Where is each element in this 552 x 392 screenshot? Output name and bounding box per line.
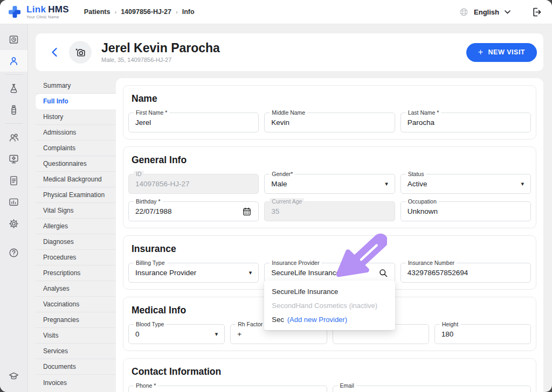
insurance-section: Insurance Billing Type Insurance Provide…: [123, 235, 536, 290]
nav-item-invoices[interactable]: Invoices: [36, 375, 116, 390]
field-value: 0: [135, 330, 140, 338]
nav-item-history[interactable]: History: [36, 109, 116, 125]
status-select[interactable]: Status Active ▾: [401, 174, 531, 194]
field-label: Occupation: [406, 198, 439, 205]
nav-item-prescriptions[interactable]: Prescriptions: [36, 265, 116, 281]
graduation-cap-icon: [8, 370, 19, 382]
nav-item-services[interactable]: Services: [36, 344, 116, 359]
email-field[interactable]: Email jerel.pacocha@example.com: [333, 386, 532, 392]
section-title: Insurance: [132, 243, 531, 255]
plus-icon: +: [478, 48, 484, 57]
insurance-provider-input[interactable]: Insurance Provider SecureLife Insurance …: [264, 263, 395, 283]
breadcrumb-patients[interactable]: Patients: [84, 8, 111, 16]
height-field[interactable]: Height 180: [434, 324, 531, 344]
rail-item-kiosk[interactable]: [0, 148, 27, 170]
field-label: Email: [338, 382, 356, 389]
last-name-field[interactable]: Last Name * Parocha: [401, 113, 531, 132]
first-name-field[interactable]: First Name * Jerel: [128, 113, 259, 132]
new-visit-label: NEW VISIT: [488, 48, 525, 56]
dropdown-option-securelife[interactable]: SecureLife Insurance: [264, 284, 395, 298]
breadcrumb-patient-id[interactable]: 14097856-HJ-27: [121, 8, 171, 16]
nav-item-allergies[interactable]: Allergies: [36, 219, 116, 234]
nav-item-questionnaires[interactable]: Questionnaires: [36, 156, 116, 172]
logout-button[interactable]: [531, 6, 542, 18]
field-value: 180: [441, 330, 454, 338]
calendar-icon[interactable]: [242, 207, 252, 216]
nav-item-analyses[interactable]: Analyses: [36, 281, 116, 297]
nav-item-complaints[interactable]: Complaints: [36, 141, 116, 156]
rail-item-pharmacy[interactable]: [0, 99, 27, 121]
nav-item-procedures[interactable]: Procedures: [36, 250, 116, 265]
nav-item-summary[interactable]: Summary: [36, 78, 116, 94]
field-label: Birthday *: [134, 198, 163, 205]
field-label: Rh Factor: [236, 321, 265, 328]
field-value: Jerel: [135, 118, 151, 127]
dropdown-option-secondhand[interactable]: SecondHand Cosmetics (inactive): [264, 298, 395, 312]
nav-item-vaccinations[interactable]: Vaccinations: [36, 297, 116, 312]
logout-icon: [531, 6, 542, 18]
patient-avatar[interactable]: [69, 41, 92, 64]
name-section: Name First Name * Jerel Middle Name Kevi…: [123, 85, 536, 139]
field-value: Male: [271, 180, 287, 188]
field-label: Blood Type: [134, 321, 166, 328]
rail-item-education[interactable]: [0, 365, 27, 387]
dropdown-option-add-new[interactable]: Sec (Add new Provider): [264, 312, 395, 326]
page-content: Jerel Kevin Parocha Male, 35, 14097856-H…: [28, 24, 552, 392]
rail-item-schedule[interactable]: [0, 29, 27, 50]
nav-item-medical-background[interactable]: Medical Background: [36, 172, 116, 187]
rail-item-settings[interactable]: [0, 213, 27, 234]
chevron-left-icon: [51, 47, 58, 57]
rail-item-dashboard[interactable]: [0, 191, 27, 213]
new-visit-button[interactable]: + NEW VISIT: [466, 43, 537, 62]
nav-item-physical-examination[interactable]: Physical Examination: [36, 187, 116, 203]
calendar-clock-icon: [8, 34, 19, 45]
blood-type-select[interactable]: Blood Type 0 ▾: [128, 324, 225, 344]
app-logo[interactable]: LinkHMS Your Clinic Name: [8, 5, 69, 19]
top-bar: LinkHMS Your Clinic Name Patients › 1409…: [0, 0, 552, 24]
field-label: Gender*: [270, 171, 295, 178]
general-info-section: General Info ID 14097856-HJ-27 Gender* M…: [123, 146, 536, 228]
nav-item-visits[interactable]: Visits: [36, 328, 116, 344]
rail-item-staff[interactable]: [0, 127, 27, 148]
gear-icon: [8, 218, 19, 229]
rail-item-invoicing[interactable]: [0, 170, 27, 191]
rail-item-help[interactable]: [0, 242, 27, 263]
chevron-down-icon: [505, 10, 510, 14]
nav-item-full-info[interactable]: Full Info: [36, 94, 116, 109]
occupation-field[interactable]: Occupation Unknown: [401, 201, 531, 221]
nav-item-documents[interactable]: Documents: [36, 359, 116, 375]
field-label: First Name *: [134, 109, 169, 116]
monitor-gear-icon: [8, 153, 19, 165]
help-icon: [8, 247, 19, 258]
breadcrumb-info: Info: [182, 8, 195, 16]
logo-text: LinkHMS Your Clinic Name: [26, 5, 69, 19]
field-label: Insurance Number: [406, 260, 457, 267]
field-label: Height: [440, 321, 460, 328]
middle-name-field[interactable]: Middle Name Kevin: [264, 113, 395, 132]
field-value: SecureLife Insurance: [271, 269, 340, 277]
search-icon[interactable]: [378, 268, 388, 278]
nav-item-pregnancies[interactable]: Pregnancies: [36, 312, 116, 328]
field-value: Insurance Provider: [135, 269, 196, 277]
gender-select[interactable]: Gender* Male ▾: [264, 174, 395, 194]
phone-field[interactable]: Phone * +5799558565: [128, 386, 327, 392]
typed-query-text: Sec: [272, 316, 284, 324]
nav-item-admissions[interactable]: Admissions: [36, 125, 116, 141]
birthday-field[interactable]: Birthday * 22/07/1988: [128, 201, 259, 221]
insurance-number-field[interactable]: Insurance Number 432978657852694: [401, 263, 531, 283]
rail-item-laboratory[interactable]: [0, 78, 27, 99]
language-selector[interactable]: English: [459, 8, 510, 17]
field-value: 22/07/1988: [135, 207, 172, 215]
rail-divider: [5, 74, 23, 75]
logo-cross-icon: [8, 5, 22, 19]
full-info-panel: Name First Name * Jerel Middle Name Kevi…: [116, 78, 543, 392]
nav-item-vital-signs[interactable]: Vital Signs: [36, 203, 116, 219]
field-value: Active: [408, 180, 427, 188]
billing-type-select[interactable]: Billing Type Insurance Provider ▾: [128, 263, 259, 283]
patient-nav: Summary Full Info History Admissions Com…: [36, 78, 116, 390]
nav-item-diagnoses[interactable]: Diagnoses: [36, 234, 116, 250]
field-value: 432978657852694: [408, 269, 468, 277]
rail-item-patients[interactable]: [0, 50, 27, 72]
add-new-provider-link[interactable]: (Add new Provider): [287, 316, 347, 324]
back-button[interactable]: [49, 46, 60, 58]
